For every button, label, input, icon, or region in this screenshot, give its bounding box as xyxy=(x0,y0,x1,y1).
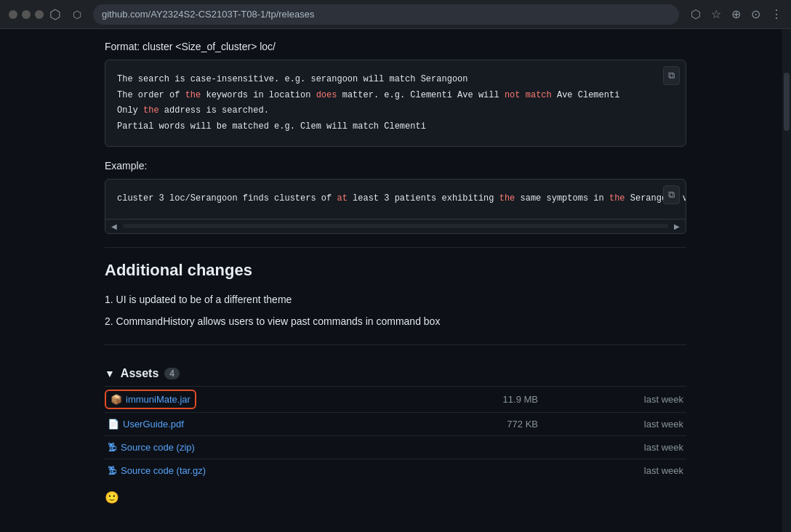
window-btn-1[interactable] xyxy=(9,10,17,19)
additional-changes-title: Additional changes xyxy=(105,261,686,280)
does-keyword: does xyxy=(316,90,337,100)
code-text: keywords in location xyxy=(201,90,316,100)
asset-size-2: 772 KB xyxy=(396,412,541,435)
the-keyword: the xyxy=(185,90,201,100)
share-icon[interactable]: ⬡ xyxy=(691,7,701,21)
asset-name-1: 📦 immuniMate.jar xyxy=(105,386,396,412)
window-btn-3[interactable] xyxy=(35,10,44,19)
account-icon[interactable]: ⊙ xyxy=(751,7,760,21)
match-keyword: match xyxy=(526,90,552,100)
change-item-2: 2. CommandHistory allows users to view p… xyxy=(105,313,686,329)
page-content: Format: cluster <Size_of_cluster> loc/ ⧉… xyxy=(0,29,791,516)
changes-list: 1. UI is updated to be of a different th… xyxy=(105,291,686,330)
additional-changes-section: Additional changes 1. UI is updated to b… xyxy=(105,261,686,330)
reaction-button[interactable]: 🙂 xyxy=(105,491,119,504)
asset-name-text-1: immuniMate.jar xyxy=(126,394,190,405)
scrollbar-thumb[interactable] xyxy=(784,73,790,131)
asset-size-3 xyxy=(396,435,541,459)
code-block-2-content: cluster 3 loc/Serangoon finds clusters o… xyxy=(105,180,686,219)
code-text: Partial words will be matched e.g. Clem … xyxy=(117,121,426,132)
zip-icon: 🗜 xyxy=(108,442,117,453)
code-block-2: ⧉ cluster 3 loc/Serangoon finds clusters… xyxy=(105,179,686,234)
code-text: least 3 patients exhibiting xyxy=(348,193,499,203)
copy-button-2[interactable]: ⧉ xyxy=(663,185,680,204)
code-text: same symptoms in xyxy=(515,193,609,203)
menu-icon[interactable]: ⋮ xyxy=(771,7,782,21)
scroll-left-arrow[interactable]: ◀ xyxy=(108,221,120,232)
code-text: Ave Clementi xyxy=(552,90,620,100)
browser-chrome: ⬡ ⬡ github.com/AY2324S2-CS2103T-T08-1/tp… xyxy=(0,0,791,29)
asset-row-userguide: 📄 UserGuide.pdf 772 KB last week xyxy=(105,412,686,435)
scroll-track[interactable] xyxy=(123,224,668,228)
code-text: The order of xyxy=(117,90,185,100)
asset-name-4: 🗜 Source code (tar.gz) xyxy=(105,459,396,482)
url-text: github.com/AY2324S2-CS2103T-T08-1/tp/rel… xyxy=(102,9,314,20)
asset-name-text-3: Source code (zip) xyxy=(121,442,195,453)
assets-tbody: 📦 immuniMate.jar 11.9 MB last week 📄 Use… xyxy=(105,386,686,482)
format-label: Format: cluster <Size_of_cluster> loc/ xyxy=(105,29,686,60)
asset-name-text-4: Source code (tar.gz) xyxy=(121,465,206,476)
scroll-bar-area: ◀ ▶ xyxy=(105,219,686,233)
example-label: Example: xyxy=(105,160,686,172)
targz-icon: 🗜 xyxy=(108,465,117,476)
browser-nav-icons: ⬡ ☆ ⊕ ⊙ ⋮ xyxy=(691,7,782,21)
code-text: cluster 3 loc/Serangoon finds clusters o… xyxy=(117,193,337,203)
asset-size-4 xyxy=(396,459,541,482)
change-item-1: 1. UI is updated to be of a different th… xyxy=(105,291,686,307)
asset-link-zip[interactable]: 🗜 Source code (zip) xyxy=(108,442,195,453)
assets-count-badge: 4 xyxy=(164,368,180,379)
asset-date-1: last week xyxy=(541,386,686,412)
asset-link-userguide[interactable]: 📄 UserGuide.pdf xyxy=(108,419,184,430)
reaction-area: 🙂 xyxy=(105,482,686,516)
code-text xyxy=(521,90,526,100)
code-text: address is searched. xyxy=(159,105,269,116)
section-divider-2 xyxy=(105,344,686,345)
asset-date-2: last week xyxy=(541,412,686,435)
at-keyword: at xyxy=(337,193,347,203)
the-keyword-2: the xyxy=(143,105,159,116)
code-line-4: Partial words will be matched e.g. Clem … xyxy=(117,119,674,135)
code-text: Only xyxy=(117,105,143,116)
asset-size-1: 11.9 MB xyxy=(396,386,541,412)
section-divider-1 xyxy=(105,247,686,248)
assets-title: Assets xyxy=(121,367,158,380)
code-line-3: Only the address is searched. xyxy=(117,103,674,119)
scroll-right-arrow[interactable]: ▶ xyxy=(671,221,683,232)
nav-back-icon[interactable]: ⬡ xyxy=(49,7,61,23)
page-scrollbar[interactable] xyxy=(782,29,791,532)
window-btn-2[interactable] xyxy=(22,10,31,19)
asset-row-immunimate: 📦 immuniMate.jar 11.9 MB last week xyxy=(105,386,686,412)
copy-button-1[interactable]: ⧉ xyxy=(663,66,680,85)
shield-icon[interactable]: ⊕ xyxy=(731,7,741,21)
asset-name-text-2: UserGuide.pdf xyxy=(123,419,184,430)
not-keyword: not xyxy=(505,90,521,100)
the-keyword-3: the xyxy=(499,193,515,203)
code-text: matter. e.g. Clementi Ave will xyxy=(337,90,504,100)
code-line-1: The search is case-insensitive. e.g. ser… xyxy=(117,72,674,88)
pdf-icon: 📄 xyxy=(108,419,119,430)
asset-name-3: 🗜 Source code (zip) xyxy=(105,435,396,459)
code-line-2: The order of the keywords in location do… xyxy=(117,88,674,104)
asset-date-4: last week xyxy=(541,459,686,482)
assets-section: ▼ Assets 4 📦 immuniMate.jar 11.9 MB last… xyxy=(105,358,686,516)
star-icon[interactable]: ☆ xyxy=(711,7,721,21)
asset-row-targz: 🗜 Source code (tar.gz) last week xyxy=(105,459,686,482)
asset-date-3: last week xyxy=(541,435,686,459)
assets-header: ▼ Assets 4 xyxy=(105,358,686,380)
asset-link-immunimate[interactable]: 📦 immuniMate.jar xyxy=(108,392,193,406)
code-text: The search is case-insensitive. e.g. ser… xyxy=(117,74,467,84)
assets-triangle-icon[interactable]: ▼ xyxy=(105,368,115,379)
jar-icon: 📦 xyxy=(111,394,122,405)
window-controls xyxy=(9,10,44,19)
code-block-1: ⧉ The search is case-insensitive. e.g. s… xyxy=(105,60,686,147)
the-keyword-4: the xyxy=(609,193,625,203)
asset-name-2: 📄 UserGuide.pdf xyxy=(105,412,396,435)
asset-row-zip: 🗜 Source code (zip) last week xyxy=(105,435,686,459)
asset-link-targz[interactable]: 🗜 Source code (tar.gz) xyxy=(108,465,206,476)
address-bar[interactable]: github.com/AY2324S2-CS2103T-T08-1/tp/rel… xyxy=(93,4,679,25)
assets-table: 📦 immuniMate.jar 11.9 MB last week 📄 Use… xyxy=(105,386,686,482)
nav-icon-2[interactable]: ⬡ xyxy=(73,9,81,20)
